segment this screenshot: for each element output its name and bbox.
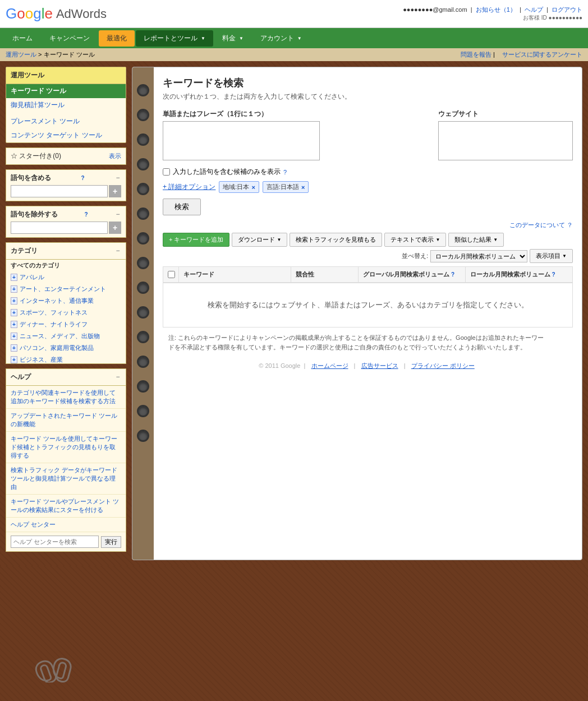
category-art[interactable]: +アート、エンターテインメント [6,283,126,295]
search-form-row: 単語またはフレーズ（1行に１つ） ウェブサイト [163,109,573,160]
search-button[interactable]: 検索 [163,199,201,215]
global-help-icon[interactable]: ? [451,271,454,278]
expand-business-icon[interactable]: + [11,356,17,363]
sidebar-include-filter: 語句を含める ? － + [6,169,126,201]
nav-campaign[interactable]: キャンペーン [42,30,98,47]
phrase-label: 単語またはフレーズ（1行に１つ） [163,109,427,119]
header-right: ●●●●●●●●@gmail.com | お知らせ（1） | ヘルプ | ログア… [403,6,582,22]
ring-12 [137,356,149,368]
data-info-link[interactable]: このデータについて ？ [163,221,573,229]
expand-news-icon[interactable]: + [11,333,17,340]
sidebar-category-section: カテゴリ － すべてのカテゴリ +アパレル +アート、エンターテインメント +イ… [6,242,126,364]
expand-dining-icon[interactable]: + [11,321,17,328]
help-item-3[interactable]: キーワード ツールを使用してキーワード候補とトラフィックの見積もりを取得する [6,432,126,463]
expand-art-icon[interactable]: + [11,285,17,293]
notification-link[interactable]: お知らせ（1） [476,6,516,13]
website-textarea[interactable] [438,121,573,160]
category-news[interactable]: +ニュース、メディア、出版物 [6,330,126,342]
help-item-2[interactable]: アップデートされたキーワード ツールの新機能 [6,409,126,432]
logout-link[interactable]: ログアウト [552,6,582,13]
star-show-link[interactable]: 表示 [109,152,121,160]
report-problem-link[interactable]: 問題を報告 [461,51,491,58]
search-subtitle: 次のいずれか１つ、または両方を入力して検索してください。 [163,92,573,102]
category-apparel[interactable]: +アパレル [6,271,126,283]
filter-exclude-input[interactable] [11,222,108,234]
category-dining[interactable]: +ディナー、ナイトライフ [6,319,126,330]
view-traffic-btn[interactable]: 検索トラフィックを見積もる [290,233,382,247]
category-business[interactable]: +ビジネス、産業 [6,354,126,363]
display-items-btn[interactable]: 表示項目 [530,249,573,263]
footer-link-home[interactable]: ホームページ [311,362,348,369]
minimize-exclude[interactable]: － [114,210,121,219]
expand-pc-icon[interactable]: + [11,344,17,352]
filter-include-input[interactable] [11,185,108,197]
expand-internet-icon[interactable]: + [11,297,17,305]
advanced-options-link[interactable]: + 詳細オプション [163,182,215,192]
tag-region-remove[interactable]: × [251,184,255,191]
category-list: すべてのカテゴリ +アパレル +アート、エンターテインメント +インターネット、… [6,260,126,363]
sidebar-item-placement-tool[interactable]: プレースメント ツール [6,114,126,128]
expand-sports-icon[interactable]: + [11,309,17,316]
sidebar-item-estimate-tool[interactable]: 御見積計算ツール [6,98,126,112]
nav-account[interactable]: アカウント [252,30,310,47]
local-help-icon[interactable]: ? [552,271,555,278]
sidebar-tool-section: 運用ツール キーワード ツール 御見積計算ツール プレースメント ツール コンテ… [6,67,126,143]
help-item-5[interactable]: キーワード ツールやプレースメント ツールの検索結果にスターを付ける [6,495,126,518]
table-col-competition: 競合性 [291,267,359,282]
help-link[interactable]: ヘルプ [525,6,543,13]
nav-reports-tools[interactable]: レポートとツール [136,30,213,47]
breadcrumb-left: 運用ツール > キーワード ツール [6,50,95,59]
google-logo: Google [6,5,53,22]
notebook-rings [132,67,154,560]
logo: Google AdWords [6,5,107,22]
help-center-link[interactable]: ヘルプ センター [6,518,126,532]
breadcrumb-tool-link[interactable]: 運用ツール [6,51,36,58]
footer-link-ads[interactable]: 広告サービス [361,362,398,369]
category-sports[interactable]: +スポーツ、フィットネス [6,307,126,319]
similar-results-btn[interactable]: 類似した結果 [448,233,504,247]
minimize-include[interactable]: － [114,173,121,183]
download-btn[interactable]: ダウンロード [232,233,287,247]
survey-link[interactable]: サービスに関するアンケート [502,51,582,58]
table-empty-message: 検索を開始するにはウェブサイト、単語またはフレーズ、あるいはカテゴリを指定してく… [163,283,572,327]
nav-home[interactable]: ホーム [4,30,40,47]
ring-15 [137,430,149,442]
breadcrumb: 運用ツール > キーワード ツール 問題を報告 | サービスに関するアンケート [0,48,588,61]
expand-apparel-icon[interactable]: + [11,274,17,281]
checkbox-help-icon[interactable]: ? [283,169,287,176]
notebook-content: キーワードを検索 次のいずれか１つ、または両方を入力して検索してください。 単語… [154,67,582,384]
minimize-help[interactable]: － [114,372,121,382]
nav-pricing[interactable]: 料金 [214,30,251,47]
category-internet[interactable]: +インターネット、通信事業 [6,295,126,307]
ring-2 [137,109,149,121]
ring-9 [137,282,149,294]
search-title: キーワードを検索 [163,76,573,90]
filter-checkbox[interactable] [163,168,170,176]
footer-link-privacy[interactable]: プライバシー ポリシー [411,362,475,369]
category-all[interactable]: すべてのカテゴリ [6,260,126,271]
phrase-textarea[interactable] [163,121,320,160]
help-item-4[interactable]: 検索トラフィック データがキーワード ツールと御見積計算ツールで異なる理由 [6,463,126,495]
help-search-row: 実行 [6,532,126,551]
tag-language-remove[interactable]: × [301,184,305,191]
sidebar-item-content-target-tool[interactable]: コンテンツ ターゲット ツール [6,128,126,142]
text-display-btn[interactable]: テキストで表示 [384,233,446,247]
ring-11 [137,331,149,343]
filter-include-add-btn[interactable]: + [109,185,121,197]
sidebar-item-keyword-tool[interactable]: キーワード ツール [6,84,126,98]
ring-1 [137,84,149,96]
help-search-input[interactable] [11,536,99,548]
minimize-category[interactable]: － [114,246,121,256]
help-search-btn[interactable]: 実行 [101,536,121,548]
ring-7 [137,232,149,245]
sort-label: 並べ替え: [402,252,428,260]
nav-optimize[interactable]: 最適化 [99,30,135,47]
help-item-1[interactable]: カテゴリや関連キーワードを使用して追加のキーワード候補を検索する方法 [6,386,126,409]
sort-select[interactable]: ローカル月間検索ボリューム [430,250,527,262]
table-select-all[interactable] [168,271,175,278]
add-keyword-btn[interactable]: + キーワードを追加 [163,233,229,247]
footer-links: © 2011 Google | ホームページ | 広告サービス | プライバシー… [163,357,573,375]
filter-exclude-add-btn[interactable]: + [109,222,121,234]
table-col-keyword: キーワード [179,267,291,282]
category-pc[interactable]: +パソコン、家庭用電化製品 [6,342,126,354]
